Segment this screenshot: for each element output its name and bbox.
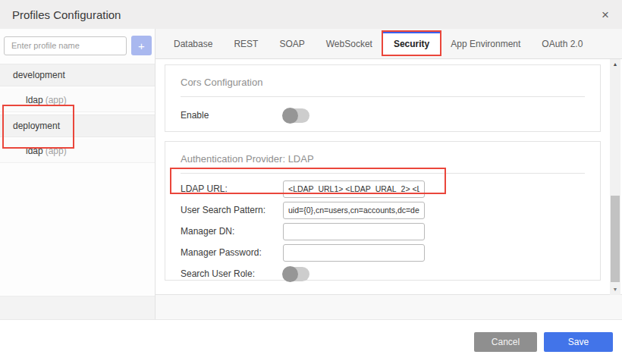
close-icon[interactable]: ×	[602, 8, 609, 21]
manager-password-label: Manager Password:	[181, 247, 283, 258]
security-tab-content: Cors Configuration Enable Authentication…	[156, 59, 622, 295]
tab-oauth[interactable]: OAuth 2.0	[531, 39, 593, 49]
app-suffix: (app)	[46, 95, 67, 105]
manager-dn-label: Manager DN:	[181, 226, 283, 237]
tab-app-environment[interactable]: App Environment	[440, 39, 531, 49]
toggle-knob	[282, 266, 298, 282]
ldap-url-label: LDAP URL:	[181, 184, 283, 194]
search-user-role-label: Search User Role:	[181, 268, 283, 279]
sidebar-item-development[interactable]: development	[0, 64, 155, 86]
tab-bar: Database REST SOAP WebSocket Security Ap…	[156, 29, 622, 59]
scroll-up-icon[interactable]: ▲	[610, 60, 620, 69]
profile-label: development	[13, 70, 65, 80]
add-profile-button[interactable]: +	[131, 36, 152, 55]
plus-icon: +	[138, 39, 145, 52]
dialog-header: Profiles Configuration ×	[0, 0, 622, 29]
tab-websocket[interactable]: WebSocket	[316, 39, 383, 49]
cors-section-title: Cors Configuration	[181, 73, 585, 97]
sidebar-bottom-strip	[0, 296, 155, 319]
dialog-title: Profiles Configuration	[12, 8, 121, 21]
sidebar-item-deployment[interactable]: deployment	[0, 115, 155, 137]
search-user-role-toggle[interactable]	[283, 267, 309, 281]
cors-enable-toggle[interactable]	[283, 108, 309, 123]
tab-security[interactable]: Security	[383, 32, 440, 55]
scroll-down-icon[interactable]: ▼	[610, 285, 620, 294]
search-user-role-row: Search User Role:	[181, 264, 585, 284]
app-label: ldap	[26, 95, 43, 105]
cors-enable-row: Enable	[181, 105, 585, 125]
app-suffix: (app)	[46, 146, 67, 156]
user-search-pattern-input[interactable]	[283, 202, 425, 219]
manager-password-input[interactable]	[283, 244, 425, 262]
profile-list: development ldap(app) deployment ldap(ap…	[0, 64, 155, 163]
dialog-footer: Cancel Save	[0, 319, 622, 364]
tab-database[interactable]: Database	[163, 39, 223, 49]
dialog-body: + development ldap(app) deployment ldap(…	[0, 29, 622, 319]
profiles-sidebar: + development ldap(app) deployment ldap(…	[0, 29, 156, 319]
content-scrollbar[interactable]: ▲ ▼	[610, 59, 620, 295]
tab-rest[interactable]: REST	[223, 39, 269, 49]
profile-label: deployment	[13, 121, 60, 131]
app-label: ldap	[26, 146, 43, 156]
profile-name-input[interactable]	[4, 36, 127, 55]
cors-configuration-card: Cors Configuration Enable	[165, 64, 601, 132]
manager-password-row: Manager Password:	[181, 243, 585, 262]
tab-soap[interactable]: SOAP	[269, 39, 315, 49]
user-search-pattern-label: User Search Pattern:	[181, 205, 283, 215]
user-search-pattern-row: User Search Pattern:	[181, 200, 585, 220]
ldap-url-row: LDAP URL:	[181, 179, 585, 199]
ldap-url-input[interactable]	[283, 180, 425, 198]
profile-create-row: +	[0, 29, 155, 61]
manager-dn-input[interactable]	[283, 223, 425, 240]
cancel-button[interactable]: Cancel	[474, 332, 537, 352]
save-button[interactable]: Save	[544, 332, 613, 352]
ldap-section-title: Authentication Provider: LDAP	[181, 149, 585, 174]
sidebar-item-development-ldap[interactable]: ldap(app)	[0, 89, 155, 112]
profiles-configuration-dialog: Profiles Configuration × + development l…	[0, 0, 622, 364]
ldap-provider-card: Authentication Provider: LDAP LDAP URL: …	[165, 141, 601, 281]
main-panel: Database REST SOAP WebSocket Security Ap…	[156, 29, 622, 319]
scrollbar-thumb[interactable]	[611, 196, 620, 282]
sidebar-item-deployment-ldap[interactable]: ldap(app)	[0, 140, 155, 163]
enable-label: Enable	[181, 110, 283, 121]
toggle-knob	[282, 108, 298, 124]
ldap-fields: LDAP URL: User Search Pattern: Manager D…	[181, 179, 585, 284]
manager-dn-row: Manager DN:	[181, 221, 585, 241]
